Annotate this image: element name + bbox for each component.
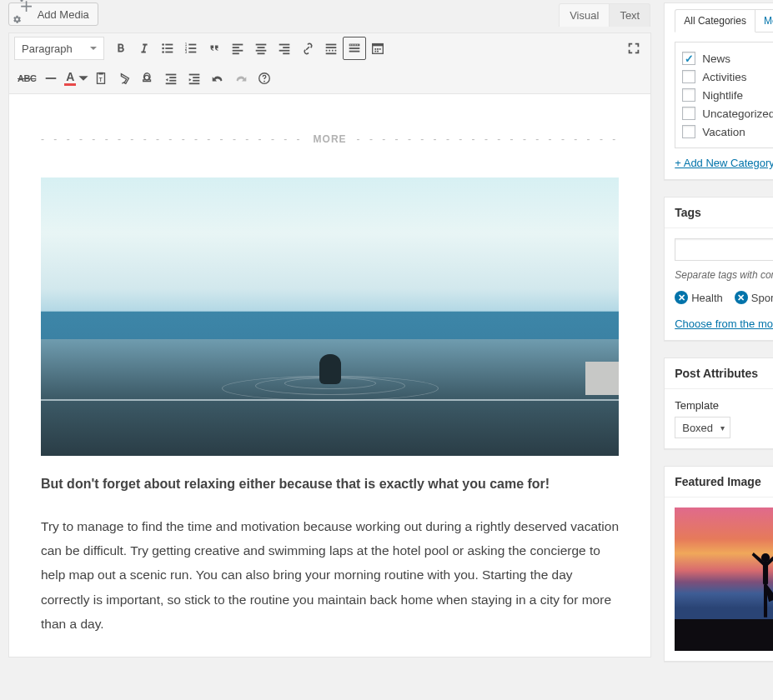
editor-content-area[interactable]: - - - - - - - - - - - - - - - - - - - - … [9,94,650,657]
paste-text-button[interactable]: T [89,67,113,90]
align-right-button[interactable] [273,37,296,60]
fullscreen-button[interactable] [622,37,645,60]
tab-all-categories[interactable]: All Categories [675,9,755,32]
template-select[interactable]: Boxed [675,417,730,438]
tab-most-used[interactable]: Most Used [755,9,773,32]
svg-text:T: T [99,77,103,82]
category-label[interactable]: News [702,52,730,65]
text-color-dropdown-button[interactable] [78,67,89,90]
svg-rect-42 [46,78,57,79]
svg-rect-46 [166,74,177,76]
add-media-label: Add Media [38,8,89,21]
category-checkbox[interactable] [682,70,695,83]
svg-rect-51 [193,77,200,78]
tag-chip: ✕Sport [735,291,773,304]
remove-tag-icon[interactable]: ✕ [675,291,688,304]
svg-rect-27 [326,52,337,54]
toolbar-toggle-button[interactable] [343,37,366,60]
tag-chip: ✕Health [675,291,723,304]
strikethrough-button[interactable]: ABC [14,67,39,90]
text-color-button[interactable]: A [63,67,78,90]
svg-point-55 [264,81,265,82]
svg-rect-32 [357,45,359,46]
editor: Visual Text Paragraph 123 [8,32,651,658]
clear-formatting-button[interactable] [113,67,136,90]
numbered-list-button[interactable]: 123 [179,37,203,60]
svg-rect-20 [258,52,265,54]
link-button[interactable] [296,37,319,60]
svg-rect-24 [283,52,289,54]
category-item: Activities [682,68,773,86]
help-button[interactable] [253,67,276,90]
format-select[interactable]: Paragraph [14,37,104,60]
featured-image-thumbnail[interactable] [675,508,773,651]
svg-rect-6 [165,52,173,53]
tag-cloud-link[interactable]: Choose from the most used tags [675,318,773,330]
outdent-button[interactable] [159,67,183,90]
svg-rect-12 [188,52,196,53]
italic-button[interactable] [133,37,156,60]
tag-input[interactable] [675,238,773,261]
tag-label: Sport [751,292,773,304]
svg-rect-34 [349,51,360,52]
add-media-button[interactable]: Add Media [8,2,98,26]
tags-header[interactable]: Tags ▲ [665,198,773,228]
svg-rect-25 [326,44,337,46]
remove-tag-icon[interactable]: ✕ [735,291,748,304]
bullet-list-button[interactable] [156,37,179,60]
category-item: News [682,49,773,68]
post-attributes-box: Post Attributes ▲ Template Boxed [664,358,773,449]
category-label[interactable]: Vacation [702,126,745,138]
svg-rect-22 [283,47,289,48]
svg-rect-26 [326,47,337,48]
add-category-link[interactable]: + Add New Category [675,157,773,169]
svg-rect-36 [373,44,384,47]
svg-rect-13 [233,44,243,46]
content-image[interactable] [41,178,619,456]
calendar-button[interactable] [366,37,389,60]
align-left-button[interactable] [226,37,249,60]
redo-button[interactable] [229,67,253,90]
svg-rect-14 [233,47,239,48]
svg-rect-52 [193,80,200,82]
media-icon [18,0,33,30]
more-tag-button[interactable] [319,37,343,60]
svg-rect-19 [256,50,267,52]
categories-box: All Categories Most Used NewsActivitiesN… [664,2,773,180]
tab-text[interactable]: Text [610,3,650,27]
category-checkbox[interactable] [682,125,695,138]
category-checkbox[interactable] [682,107,695,120]
tab-visual[interactable]: Visual [559,3,610,27]
svg-rect-39 [379,48,381,50]
svg-rect-30 [352,45,354,46]
horizontal-rule-button[interactable] [39,67,63,90]
svg-rect-41 [377,51,379,52]
svg-rect-23 [279,50,290,52]
more-tag: - - - - - - - - - - - - - - - - - - - - … [41,131,619,148]
align-center-button[interactable] [249,37,273,60]
editor-toolbar-row1: Paragraph 123 ABC A [9,33,650,94]
svg-rect-44 [99,72,103,75]
category-label[interactable]: Uncategorized [702,108,773,120]
svg-rect-4 [165,48,173,49]
content-intro: But don't forget about relaxing either b… [41,472,619,495]
blockquote-button[interactable] [203,37,226,60]
featured-image-box: Featured Image ▲ [664,466,773,662]
svg-rect-49 [166,82,177,84]
category-item: Nightlife [682,86,773,104]
special-character-button[interactable] [136,67,159,90]
svg-rect-33 [349,48,360,49]
undo-button[interactable] [206,67,229,90]
svg-rect-10 [188,48,196,49]
post-attributes-header[interactable]: Post Attributes ▲ [665,358,773,389]
indent-button[interactable] [183,67,206,90]
svg-rect-37 [374,48,376,50]
svg-text:3: 3 [185,50,188,54]
category-item: Uncategorized [682,104,773,122]
category-label[interactable]: Activities [702,71,746,83]
bold-button[interactable] [109,37,133,60]
category-checkbox[interactable] [682,88,695,102]
category-checkbox[interactable] [682,52,695,65]
category-label[interactable]: Nightlife [702,89,743,102]
featured-image-header[interactable]: Featured Image ▲ [665,467,773,498]
